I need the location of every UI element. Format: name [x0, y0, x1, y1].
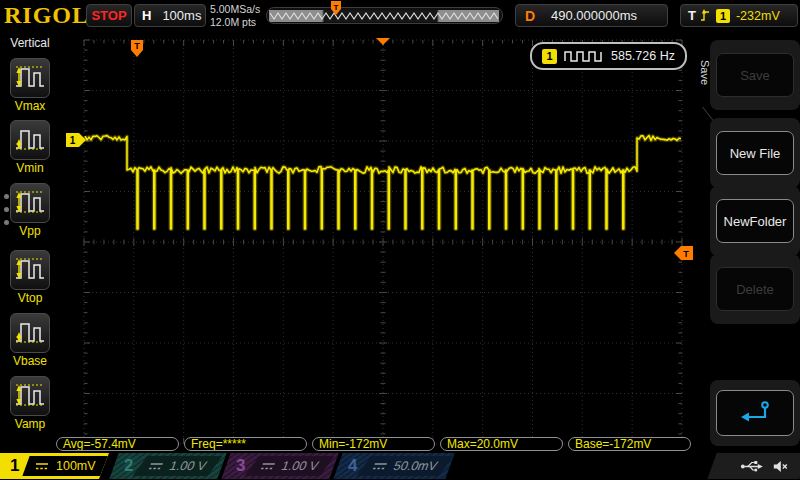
delay-box[interactable]: D 490.000000ms: [515, 4, 668, 27]
dc-coupling-icon: [372, 461, 390, 471]
vtop-label: Vtop: [0, 291, 60, 305]
vpp-icon: [10, 183, 50, 223]
return-button[interactable]: [716, 390, 794, 436]
vbase-icon: [10, 313, 50, 353]
channel-2-number: 2: [124, 456, 133, 476]
trigger-level-value: -232mV: [736, 9, 780, 23]
channel-2-scale-box: 1.00 V: [133, 456, 223, 476]
menu-item-vtop[interactable]: Vtop: [0, 250, 60, 305]
channel-1-scale-box: 100mV: [23, 456, 109, 476]
rigol-logo: RIGOL: [4, 2, 89, 29]
measurement-bar: Avg=-57.4mV Freq=***** Min=-172mV Max=20…: [56, 437, 691, 451]
delete-button[interactable]: Delete: [716, 267, 794, 311]
horizontal-timebase-box[interactable]: H 100ms: [134, 4, 206, 27]
trigger-label: T: [688, 8, 696, 23]
measurement-avg: Avg=-57.4mV: [56, 437, 179, 451]
svg-text:T: T: [683, 249, 689, 259]
channel-2-block[interactable]: 2 1.00 V: [109, 453, 226, 479]
status-icons-area: [707, 453, 800, 479]
vmin-label: Vmin: [0, 161, 60, 175]
trigger-slope-icon: [700, 8, 711, 23]
page-indicator-dot: [4, 194, 9, 199]
channel-1-block[interactable]: 1 100mV: [0, 453, 110, 479]
trigger-box[interactable]: T 1 -232mV: [680, 4, 798, 27]
horizontal-position-bar[interactable]: [266, 7, 503, 24]
measurement-min: Min=-172mV: [312, 437, 435, 451]
vpp-label: Vpp: [0, 224, 60, 238]
vamp-icon: [10, 376, 50, 416]
svg-text:T: T: [134, 41, 140, 51]
menu-item-vbase[interactable]: Vbase: [0, 313, 60, 368]
menu-item-vmax[interactable]: Vmax: [0, 58, 60, 113]
usb-icon: [740, 460, 764, 473]
channel-1-number: 1: [10, 456, 19, 476]
channel-3-number: 3: [236, 456, 245, 476]
menu-item-vamp[interactable]: Vamp: [0, 376, 60, 431]
channel-3-scale: 1.00 V: [280, 459, 321, 473]
page-indicator-dot: [4, 207, 9, 212]
left-menu-title: Vertical: [0, 36, 60, 50]
memory-waveform-strip: [268, 9, 501, 23]
dc-coupling-icon: [148, 461, 166, 471]
dc-coupling-icon: [260, 461, 278, 471]
memory-depth: 12.0M pts: [210, 16, 260, 29]
vmin-icon: [10, 120, 50, 160]
sample-rate: 5.00MSa/s: [210, 3, 260, 16]
timebase-value: 100ms: [162, 8, 201, 23]
delay-label: D: [525, 8, 535, 24]
vbase-label: Vbase: [0, 354, 60, 368]
graticule-and-trace: T1T: [60, 32, 696, 452]
trigger-source-badge: 1: [716, 9, 730, 23]
svg-text:T: T: [334, 3, 339, 12]
vmax-icon: [10, 58, 50, 98]
left-measure-menu: Vertical Vmax Vmin Vpp Vtop Vbase Vamp: [0, 32, 60, 452]
menu-tab-title: Save: [696, 38, 711, 108]
right-soft-menu: Save Save New File NewFolder Delete: [696, 32, 800, 452]
measurement-max: Max=20.0mV: [440, 437, 563, 451]
return-arrow-icon: [736, 400, 774, 426]
channel-1-scale: 100mV: [56, 459, 96, 473]
delay-value: 490.000000ms: [551, 8, 651, 23]
run-state-indicator: STOP: [86, 4, 132, 27]
channel-4-block[interactable]: 4 50.0mV: [333, 453, 454, 479]
channel-4-scale: 50.0mV: [392, 459, 440, 473]
pulse-train-icon: [564, 50, 604, 62]
oscilloscope-screen: RIGOL STOP H 100ms 5.00MSa/s 12.0M pts T…: [0, 0, 800, 480]
dc-coupling-icon: [35, 461, 49, 471]
acquisition-info: 5.00MSa/s 12.0M pts: [210, 3, 260, 29]
measurement-base: Base=-172mV: [568, 437, 691, 451]
channel-4-number: 4: [348, 456, 357, 476]
counter-frequency-value: 585.726 Hz: [611, 49, 675, 63]
counter-channel-badge: 1: [542, 49, 557, 64]
channel-4-scale-box: 50.0mV: [357, 456, 454, 476]
channel-status-bar: 1 100mV 2 1.00 V 3: [0, 452, 800, 480]
channel-3-scale-box: 1.00 V: [245, 456, 335, 476]
frequency-counter-badge: 1 585.726 Hz: [530, 42, 687, 70]
vtop-icon: [10, 250, 50, 290]
new-folder-button[interactable]: NewFolder: [716, 199, 794, 243]
h-label: H: [142, 8, 151, 23]
channel-2-scale: 1.00 V: [168, 459, 209, 473]
new-file-button[interactable]: New File: [716, 131, 794, 175]
channel-3-block[interactable]: 3 1.00 V: [221, 453, 338, 479]
page-indicator-dot: [4, 220, 9, 225]
save-button[interactable]: Save: [716, 53, 794, 97]
vamp-label: Vamp: [0, 417, 60, 431]
speaker-muted-icon: [773, 460, 788, 473]
trigger-position-flag-icon[interactable]: T: [330, 0, 342, 17]
vmax-label: Vmax: [0, 99, 60, 113]
waveform-display: T1T 1 585.726 Hz: [60, 32, 696, 452]
measurement-freq: Freq=*****: [184, 437, 307, 451]
menu-item-vmin[interactable]: Vmin: [0, 120, 60, 175]
menu-item-vpp[interactable]: Vpp: [0, 183, 60, 238]
svg-text:1: 1: [70, 135, 76, 146]
